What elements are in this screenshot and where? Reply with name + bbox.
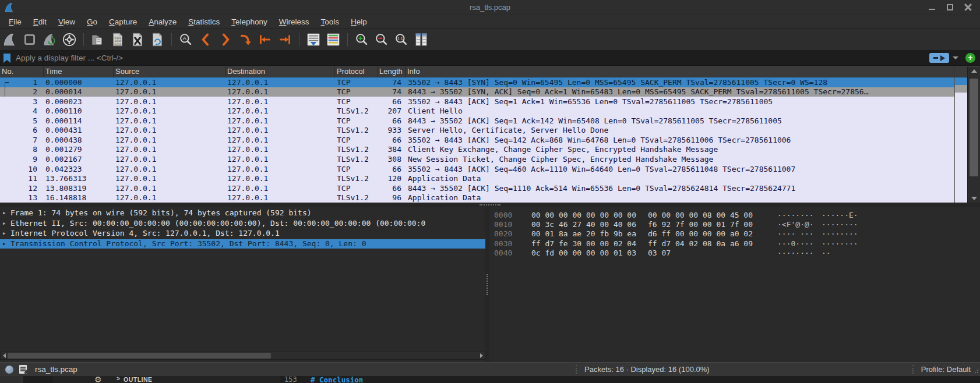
apply-filter-button[interactable]	[929, 53, 949, 63]
menu-telephony[interactable]: Telephony	[225, 16, 273, 27]
packet-list-scrollbar[interactable]	[967, 67, 980, 203]
column-header-destination[interactable]: Destination	[225, 66, 335, 77]
hex-row[interactable]: 002000 01 8a ae 20 fb 9b ead6 ff 00 00 0…	[489, 229, 980, 239]
packet-row[interactable]: 50.000114127.0.0.1127.0.0.1TCP668443 → 3…	[0, 116, 954, 126]
zoom-out-icon[interactable]	[373, 31, 390, 48]
resize-grip[interactable]	[973, 369, 979, 375]
packet-row[interactable]: 40.000110127.0.0.1127.0.0.1TLSv1.2207Cli…	[0, 107, 954, 116]
menu-tools[interactable]: Tools	[315, 16, 346, 27]
editor-line-number: 153	[284, 376, 297, 383]
reload-file-icon[interactable]	[149, 31, 166, 48]
colorize-icon[interactable]	[325, 31, 342, 48]
close-file-icon[interactable]	[129, 31, 146, 48]
save-file-icon[interactable]: 010110100110	[109, 31, 126, 48]
packet-row[interactable]: 1213.808319127.0.0.1127.0.0.1TCP668443 →…	[0, 183, 954, 193]
hex-ascii1: ···· ···	[777, 229, 816, 238]
first-packet-icon[interactable]	[256, 31, 274, 48]
pane-splitter-horizontal[interactable]	[0, 203, 980, 207]
capture-comment-icon[interactable]	[19, 365, 27, 374]
packet-row[interactable]: 80.001279127.0.0.1127.0.0.1TLSv1.2384Cli…	[0, 145, 954, 155]
scroll-right-icon[interactable]	[478, 352, 485, 359]
packet-row[interactable]: 70.000438127.0.0.1127.0.0.1TCP6635502 → …	[0, 135, 954, 145]
column-header-info[interactable]: Info	[406, 66, 954, 77]
stop-capture-icon[interactable]	[21, 31, 38, 48]
hex-row[interactable]: 001000 3c 46 27 40 00 40 06f6 92 7f 00 0…	[489, 219, 980, 229]
open-file-icon[interactable]	[89, 31, 107, 48]
cell-proto: TLSv1.2	[335, 155, 378, 164]
column-header-no[interactable]: No.	[0, 66, 44, 77]
scroll-left-icon[interactable]	[1, 352, 8, 359]
scroll-up-icon[interactable]	[968, 67, 980, 75]
menu-analyze[interactable]: Analyze	[143, 16, 182, 27]
hex-hex2: ff d7 04 02 08 0a a6 09	[648, 239, 754, 248]
hex-hex1: ff d7 fe 30 00 00 02 04	[531, 239, 637, 248]
menu-help[interactable]: Help	[345, 16, 373, 27]
profile-selector[interactable]: Profile: Default	[921, 365, 971, 374]
filter-bookmark-icon[interactable]	[2, 53, 12, 63]
minimize-button-icon[interactable]	[928, 3, 936, 11]
packet-row[interactable]: 1316.148818127.0.0.1127.0.0.1TLSv1.296Ap…	[0, 193, 954, 203]
details-horizontal-scrollbar[interactable]	[0, 352, 485, 360]
menu-go[interactable]: Go	[81, 16, 103, 27]
scrollbar-thumb[interactable]	[8, 353, 271, 359]
resize-columns-icon[interactable]	[413, 31, 430, 48]
packet-row[interactable]: 10.000000127.0.0.1127.0.0.1TCP7435502 → …	[0, 77, 954, 87]
packet-row[interactable]: 1113.766313127.0.0.1127.0.0.1TLSv1.2120A…	[0, 173, 954, 183]
column-header-time[interactable]: Time	[44, 66, 114, 77]
column-header-protocol[interactable]: Protocol	[335, 66, 378, 77]
go-back-icon[interactable]	[197, 31, 214, 48]
expander-icon[interactable]	[2, 219, 10, 227]
maximize-button-icon[interactable]	[946, 3, 954, 11]
outline-chevron-icon[interactable]: >	[117, 376, 120, 382]
zoom-in-icon[interactable]	[353, 31, 371, 48]
packet-row[interactable]: 20.000014127.0.0.1127.0.0.1TCP748443 → 3…	[0, 87, 954, 97]
auto-scroll-icon[interactable]	[305, 31, 322, 48]
scroll-down-icon[interactable]	[968, 194, 980, 203]
hex-row[interactable]: 0030ff d7 fe 30 00 00 02 04ff d7 04 02 0…	[489, 239, 980, 248]
find-packet-icon[interactable]: A	[177, 31, 195, 48]
menu-edit[interactable]: Edit	[27, 16, 52, 27]
expander-icon[interactable]	[2, 229, 10, 237]
close-button-icon[interactable]	[964, 3, 972, 11]
packet-row[interactable]: 30.000023127.0.0.1127.0.0.1TCP6635502 → …	[0, 97, 954, 107]
detail-line[interactable]: Ethernet II, Src: 00:00:00_00:00:00 (00:…	[0, 218, 485, 228]
pane-splitter-vertical[interactable]	[485, 207, 489, 362]
detail-line[interactable]: Internet Protocol Version 4, Src: 127.0.…	[0, 229, 485, 238]
go-forward-icon[interactable]	[217, 31, 234, 48]
packet-row[interactable]: 100.042323127.0.0.1127.0.0.1TCP6635502 →…	[0, 164, 954, 174]
outline-section-label[interactable]: OUTLINE	[124, 376, 153, 383]
filter-dropdown-chevron-icon[interactable]	[953, 56, 958, 59]
cell-len: 96	[378, 193, 406, 202]
go-to-packet-icon[interactable]	[237, 31, 254, 48]
cell-time: 0.000438	[44, 136, 114, 144]
expander-icon[interactable]	[2, 209, 10, 217]
normal-size-icon[interactable]: 1:1	[393, 31, 410, 48]
menu-wireless[interactable]: Wireless	[273, 16, 315, 27]
menu-capture[interactable]: Capture	[103, 16, 143, 27]
hex-hex2: 00 00 00 00 08 00 45 00	[648, 211, 754, 219]
packet-rows: 10.000000127.0.0.1127.0.0.1TCP7435502 → …	[0, 77, 954, 203]
packet-row[interactable]: 90.002167127.0.0.1127.0.0.1TLSv1.2308New…	[0, 154, 954, 164]
expert-info-icon[interactable]	[5, 366, 13, 374]
hex-row[interactable]: 00400c fd 00 00 00 00 01 0303 07········…	[489, 248, 980, 257]
expander-icon[interactable]	[2, 240, 10, 247]
column-header-source[interactable]: Source	[114, 66, 225, 77]
packet-row[interactable]: 60.000431127.0.0.1127.0.0.1TLSv1.2933Ser…	[0, 126, 954, 136]
display-filter-input[interactable]: Apply a display filter ... <Ctrl-/>	[16, 51, 929, 65]
cell-proto: TCP	[335, 165, 378, 173]
hex-ascii2: ········	[822, 229, 858, 238]
gear-icon[interactable]	[94, 376, 102, 383]
scrollbar-thumb[interactable]	[970, 79, 978, 176]
hex-row[interactable]: 000000 00 00 00 00 00 00 0000 00 00 00 0…	[489, 210, 980, 219]
menu-view[interactable]: View	[52, 16, 81, 27]
restart-capture-icon[interactable]	[41, 31, 58, 48]
capture-options-icon[interactable]	[61, 31, 78, 48]
column-header-length[interactable]: Length	[378, 66, 406, 77]
detail-line[interactable]: Frame 1: 74 bytes on wire (592 bits), 74…	[0, 208, 485, 218]
menu-file[interactable]: File	[3, 16, 27, 27]
add-filter-button-icon[interactable]	[965, 53, 975, 63]
menu-statistics[interactable]: Statistics	[182, 16, 225, 27]
last-packet-icon[interactable]	[276, 31, 294, 48]
start-capture-icon[interactable]	[1, 31, 19, 48]
detail-line[interactable]: Transmission Control Protocol, Src Port:…	[0, 239, 485, 249]
